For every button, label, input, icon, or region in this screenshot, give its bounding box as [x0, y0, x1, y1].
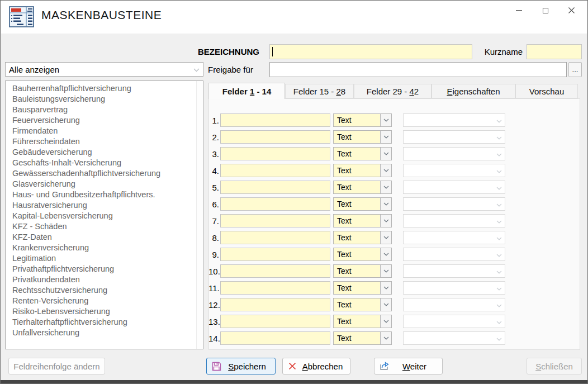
list-item[interactable]: Gebäudeversicherung — [12, 147, 196, 158]
format-dropdown[interactable] — [403, 281, 505, 295]
list-item[interactable]: Risiko-Lebensversicherung — [12, 306, 196, 317]
format-dropdown[interactable] — [403, 315, 505, 328]
format-dropdown[interactable] — [403, 147, 505, 160]
list-item[interactable]: Glasversicherung — [12, 179, 196, 189]
list-item[interactable]: Rechtsschutzversicherung — [12, 285, 196, 296]
typ-dropdown-button[interactable] — [380, 231, 392, 244]
format-dropdown[interactable] — [403, 130, 505, 144]
typ-dropdown[interactable]: Text — [333, 281, 392, 295]
feldname-input[interactable] — [220, 214, 330, 227]
feldname-input[interactable] — [220, 181, 330, 194]
feldname-input[interactable] — [220, 164, 330, 177]
bausteine-list[interactable]: BauherrenhaftpflichtversicherungBauleist… — [5, 80, 203, 349]
typ-dropdown[interactable]: Text — [333, 181, 392, 194]
list-item[interactable]: Krankenversicherung — [12, 243, 196, 253]
typ-dropdown-button[interactable] — [380, 315, 392, 328]
typ-dropdown-button[interactable] — [380, 214, 392, 227]
feldname-input[interactable] — [220, 331, 330, 345]
list-item[interactable]: KFZ-Daten — [12, 232, 196, 243]
list-item[interactable]: Haus- und Grundbesitzerhaftpflichtvers. — [12, 189, 196, 200]
format-dropdown[interactable] — [403, 248, 505, 261]
dialog-close-button[interactable]: Schließen — [527, 358, 582, 374]
typ-dropdown-button[interactable] — [380, 298, 392, 311]
tab-felder-15-28[interactable]: Felder 15 - 28 — [285, 84, 354, 98]
typ-dropdown[interactable]: Text — [333, 113, 392, 127]
tab-felder-1-14[interactable]: Felder 1 - 14 — [208, 83, 285, 99]
maximize-button[interactable] — [532, 1, 558, 20]
list-item[interactable]: Renten-Versicherung — [12, 296, 196, 306]
typ-dropdown[interactable]: Text — [333, 331, 392, 345]
filter-dropdown[interactable]: Alle anzeigen — [5, 62, 203, 77]
typ-dropdown[interactable]: Text — [333, 231, 392, 244]
feldname-input[interactable] — [220, 147, 330, 160]
close-button[interactable] — [558, 1, 585, 20]
feldname-input[interactable] — [220, 231, 330, 244]
typ-dropdown[interactable]: Text — [333, 164, 392, 177]
typ-dropdown-button[interactable] — [380, 147, 392, 160]
typ-dropdown-button[interactable] — [380, 164, 392, 177]
format-dropdown[interactable] — [403, 264, 505, 278]
reorder-fields-button[interactable]: Feldreihenfolge ändern — [8, 358, 105, 374]
list-item[interactable]: Firmendaten — [12, 126, 196, 136]
format-dropdown[interactable] — [403, 331, 505, 345]
list-item[interactable]: Tierhalterhaftpflichtversicherung — [12, 317, 196, 328]
format-dropdown[interactable] — [403, 181, 505, 194]
list-scrollbar[interactable] — [196, 81, 203, 349]
typ-dropdown-button[interactable] — [380, 264, 392, 278]
tab-eigenschaften[interactable]: Eigenschaften — [431, 84, 515, 98]
feldname-input[interactable] — [220, 298, 330, 311]
typ-dropdown-button[interactable] — [380, 197, 392, 211]
typ-dropdown[interactable]: Text — [333, 298, 392, 311]
bezeichnung-input[interactable] — [269, 44, 472, 59]
typ-dropdown[interactable]: Text — [333, 264, 392, 278]
typ-dropdown[interactable]: Text — [333, 214, 392, 227]
list-item[interactable]: Privatkundendaten — [12, 274, 196, 285]
format-dropdown[interactable] — [403, 214, 505, 227]
format-dropdown[interactable] — [403, 231, 505, 244]
typ-dropdown-button[interactable] — [380, 181, 392, 194]
typ-dropdown[interactable]: Text — [333, 147, 392, 160]
list-item[interactable]: Privathaftpflichtversicherung — [12, 264, 196, 274]
feldname-input[interactable] — [220, 130, 330, 144]
tab-felder-29-42[interactable]: Felder 29 - 42 — [354, 84, 431, 98]
format-dropdown[interactable] — [403, 298, 505, 311]
minimize-button[interactable] — [506, 1, 532, 20]
feldname-input[interactable] — [220, 315, 330, 328]
feldname-input[interactable] — [220, 113, 330, 127]
list-item[interactable]: Bauleistungsversicherung — [12, 94, 196, 105]
typ-dropdown-button[interactable] — [380, 113, 392, 127]
format-dropdown[interactable] — [403, 164, 505, 177]
list-item[interactable]: Unfallversicherung — [12, 328, 196, 338]
cancel-button[interactable]: Abbrechen — [282, 358, 350, 374]
freigabe-input[interactable] — [269, 62, 567, 77]
typ-dropdown[interactable]: Text — [333, 315, 392, 328]
typ-dropdown-button[interactable] — [380, 281, 392, 295]
feldname-input[interactable] — [220, 248, 330, 261]
kurzname-input[interactable] — [527, 44, 582, 59]
typ-dropdown-button[interactable] — [380, 331, 392, 345]
list-item[interactable]: Bausparvertrag — [12, 105, 196, 115]
list-item[interactable]: Geschäfts-Inhalt-Versicherung — [12, 158, 196, 168]
feldname-input[interactable] — [220, 281, 330, 295]
list-item[interactable]: Legitimation — [12, 253, 196, 264]
list-item[interactable]: Kapital-Lebensversicherung — [12, 211, 196, 221]
typ-dropdown[interactable]: Text — [333, 248, 392, 261]
list-item[interactable]: Hausratversicherung — [12, 200, 196, 211]
list-item[interactable]: Führerscheindaten — [12, 136, 196, 147]
list-item[interactable]: Feuerversicherung — [12, 115, 196, 126]
list-item[interactable]: Bauherrenhaftpflichtversicherung — [12, 83, 196, 94]
list-item[interactable]: Gewässerschadenhaftpflichtversicherung — [12, 168, 196, 179]
feldname-input[interactable] — [220, 197, 330, 211]
typ-dropdown[interactable]: Text — [333, 197, 392, 211]
format-dropdown[interactable] — [403, 197, 505, 211]
feldname-input[interactable] — [220, 264, 330, 278]
list-item[interactable]: KFZ - Schäden — [12, 221, 196, 232]
typ-dropdown[interactable]: Text — [333, 130, 392, 144]
save-button[interactable]: Speichern — [206, 358, 276, 374]
typ-dropdown-button[interactable] — [380, 130, 392, 144]
next-button[interactable]: Weiter — [374, 358, 443, 374]
tab-vorschau[interactable]: Vorschau — [515, 84, 578, 98]
typ-dropdown-button[interactable] — [380, 248, 392, 261]
browse-button[interactable]: ... — [568, 62, 582, 77]
format-dropdown[interactable] — [403, 113, 505, 127]
